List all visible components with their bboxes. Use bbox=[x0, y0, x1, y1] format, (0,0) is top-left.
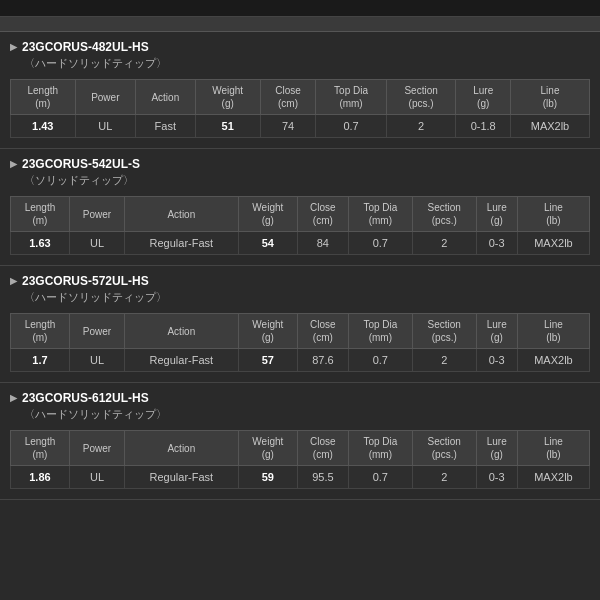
spec-weight: 54 bbox=[238, 232, 297, 255]
spec-section: 2 bbox=[413, 349, 476, 372]
col-header-action: Action bbox=[125, 431, 238, 466]
rod-section-23GCORUS-482UL-HS: 23GCORUS-482UL-HS 〈ハードソリッドティップ〉 Length(m… bbox=[0, 32, 600, 149]
col-header-line: Line(lb) bbox=[517, 197, 589, 232]
col-header-close: Close(cm) bbox=[260, 80, 315, 115]
spec-length: 1.63 bbox=[11, 232, 70, 255]
col-header-weight: Weight(g) bbox=[195, 80, 260, 115]
col-header-length: Length(m) bbox=[11, 431, 70, 466]
col-header-top-dia: Top Dia(mm) bbox=[348, 431, 412, 466]
spec-top-dia: 0.7 bbox=[348, 232, 412, 255]
spec-section: 2 bbox=[413, 466, 476, 489]
col-header-power: Power bbox=[69, 314, 124, 349]
col-header-close: Close(cm) bbox=[298, 314, 349, 349]
spec-action: Regular-Fast bbox=[125, 466, 238, 489]
col-header-action: Action bbox=[125, 197, 238, 232]
spec-power: UL bbox=[69, 349, 124, 372]
col-header-length: Length(m) bbox=[11, 314, 70, 349]
rod-specs-table: Length(m) Power Action Weight(g) Close(c… bbox=[10, 430, 590, 489]
spec-top-dia: 0.7 bbox=[348, 349, 412, 372]
rod-section-23GCORUS-572UL-HS: 23GCORUS-572UL-HS 〈ハードソリッドティップ〉 Length(m… bbox=[0, 266, 600, 383]
table-row: 1.7 UL Regular-Fast 57 87.6 0.7 2 0-3 MA… bbox=[11, 349, 590, 372]
spec-line: MAX2lb bbox=[517, 466, 589, 489]
spec-close: 95.5 bbox=[298, 466, 349, 489]
col-header-top-dia: Top Dia(mm) bbox=[348, 314, 412, 349]
rod-name: 23GCORUS-612UL-HS bbox=[10, 391, 590, 405]
spec-action: Regular-Fast bbox=[125, 349, 238, 372]
spec-action: Fast bbox=[136, 115, 195, 138]
rod-subtitle: 〈ソリッドティップ〉 bbox=[24, 173, 590, 188]
table-row: 1.86 UL Regular-Fast 59 95.5 0.7 2 0-3 M… bbox=[11, 466, 590, 489]
col-header-line: Line(lb) bbox=[517, 431, 589, 466]
rod-specs-table: Length(m) Power Action Weight(g) Close(c… bbox=[10, 196, 590, 255]
rod-specs-table: Length(m) Power Action Weight(g) Close(c… bbox=[10, 313, 590, 372]
col-header-line: Line(lb) bbox=[517, 314, 589, 349]
col-header-weight: Weight(g) bbox=[238, 314, 297, 349]
spec-lure: 0-1.8 bbox=[456, 115, 511, 138]
col-header-lure: Lure(g) bbox=[476, 431, 517, 466]
rod-subtitle: 〈ハードソリッドティップ〉 bbox=[24, 56, 590, 71]
col-header-line: Line(lb) bbox=[510, 80, 589, 115]
spec-top-dia: 0.7 bbox=[316, 115, 387, 138]
spec-length: 1.86 bbox=[11, 466, 70, 489]
spec-top-dia: 0.7 bbox=[348, 466, 412, 489]
rod-section-23GCORUS-612UL-HS: 23GCORUS-612UL-HS 〈ハードソリッドティップ〉 Length(m… bbox=[0, 383, 600, 500]
spec-section: 2 bbox=[413, 232, 476, 255]
spec-power: UL bbox=[69, 232, 124, 255]
rod-subtitle: 〈ハードソリッドティップ〉 bbox=[24, 290, 590, 305]
col-header-weight: Weight(g) bbox=[238, 431, 297, 466]
spec-power: UL bbox=[75, 115, 136, 138]
rod-name: 23GCORUS-572UL-HS bbox=[10, 274, 590, 288]
col-header-section: Section(pcs.) bbox=[413, 431, 476, 466]
spec-close: 74 bbox=[260, 115, 315, 138]
col-header-top-dia: Top Dia(mm) bbox=[316, 80, 387, 115]
col-header-action: Action bbox=[136, 80, 195, 115]
rod-subtitle: 〈ハードソリッドティップ〉 bbox=[24, 407, 590, 422]
spec-action: Regular-Fast bbox=[125, 232, 238, 255]
spec-lure: 0-3 bbox=[476, 349, 517, 372]
col-header-power: Power bbox=[69, 197, 124, 232]
col-header-section: Section(pcs.) bbox=[413, 197, 476, 232]
col-header-length: Length(m) bbox=[11, 80, 76, 115]
rod-name: 23GCORUS-542UL-S bbox=[10, 157, 590, 171]
spec-line: MAX2lb bbox=[517, 232, 589, 255]
col-header-lure: Lure(g) bbox=[456, 80, 511, 115]
spec-line: MAX2lb bbox=[517, 349, 589, 372]
spec-close: 87.6 bbox=[298, 349, 349, 372]
spec-close: 84 bbox=[298, 232, 349, 255]
col-header-power: Power bbox=[75, 80, 136, 115]
table-row: 1.63 UL Regular-Fast 54 84 0.7 2 0-3 MAX… bbox=[11, 232, 590, 255]
spec-weight: 59 bbox=[238, 466, 297, 489]
col-header-length: Length(m) bbox=[11, 197, 70, 232]
spec-power: UL bbox=[69, 466, 124, 489]
spec-lure: 0-3 bbox=[476, 466, 517, 489]
rod-section-23GCORUS-542UL-S: 23GCORUS-542UL-S 〈ソリッドティップ〉 Length(m) Po… bbox=[0, 149, 600, 266]
col-header-close: Close(cm) bbox=[298, 197, 349, 232]
table-row: 1.43 UL Fast 51 74 0.7 2 0-1.8 MAX2lb bbox=[11, 115, 590, 138]
col-header-close: Close(cm) bbox=[298, 431, 349, 466]
lineup-header bbox=[0, 0, 600, 17]
spinning-model-header bbox=[0, 17, 600, 32]
col-header-weight: Weight(g) bbox=[238, 197, 297, 232]
col-header-lure: Lure(g) bbox=[476, 314, 517, 349]
spec-section: 2 bbox=[386, 115, 456, 138]
col-header-section: Section(pcs.) bbox=[386, 80, 456, 115]
rod-name: 23GCORUS-482UL-HS bbox=[10, 40, 590, 54]
col-header-lure: Lure(g) bbox=[476, 197, 517, 232]
spec-weight: 51 bbox=[195, 115, 260, 138]
col-header-action: Action bbox=[125, 314, 238, 349]
col-header-section: Section(pcs.) bbox=[413, 314, 476, 349]
spec-line: MAX2lb bbox=[510, 115, 589, 138]
rod-specs-table: Length(m) Power Action Weight(g) Close(c… bbox=[10, 79, 590, 138]
spec-weight: 57 bbox=[238, 349, 297, 372]
spec-length: 1.7 bbox=[11, 349, 70, 372]
col-header-power: Power bbox=[69, 431, 124, 466]
col-header-top-dia: Top Dia(mm) bbox=[348, 197, 412, 232]
spec-length: 1.43 bbox=[11, 115, 76, 138]
spec-lure: 0-3 bbox=[476, 232, 517, 255]
